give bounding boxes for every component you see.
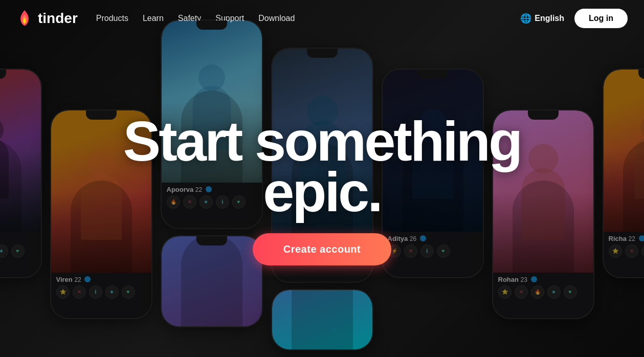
phone-notch — [196, 236, 227, 246]
language-label: English — [535, 14, 564, 23]
language-selector[interactable]: 🌐 English — [520, 13, 564, 24]
phone-notch — [86, 110, 117, 120]
create-account-button[interactable]: Create account — [253, 233, 392, 265]
logo-text: tinder — [38, 10, 78, 27]
nav-products[interactable]: Products — [96, 14, 128, 23]
nav-right: 🌐 English Log in — [520, 9, 628, 28]
navbar: tinder Products Learn Safety Support Dow… — [0, 0, 644, 37]
tinder-flame-icon — [16, 10, 33, 27]
hero-text-container: Start something epic. Create account — [92, 116, 552, 265]
headline-line2: epic. — [263, 160, 381, 223]
nav-links: Products Learn Safety Support Download — [96, 14, 520, 23]
logo[interactable]: tinder — [16, 10, 78, 27]
phone-notch — [307, 49, 338, 58]
phone-notch — [528, 110, 559, 120]
nav-download[interactable]: Download — [258, 14, 295, 23]
nav-learn[interactable]: Learn — [143, 14, 164, 23]
hero-headline: Start something epic. — [92, 116, 552, 217]
globe-icon: 🌐 — [520, 13, 531, 24]
login-button[interactable]: Log in — [574, 9, 628, 28]
phone-notch — [417, 70, 448, 79]
phone-notch — [196, 20, 227, 30]
